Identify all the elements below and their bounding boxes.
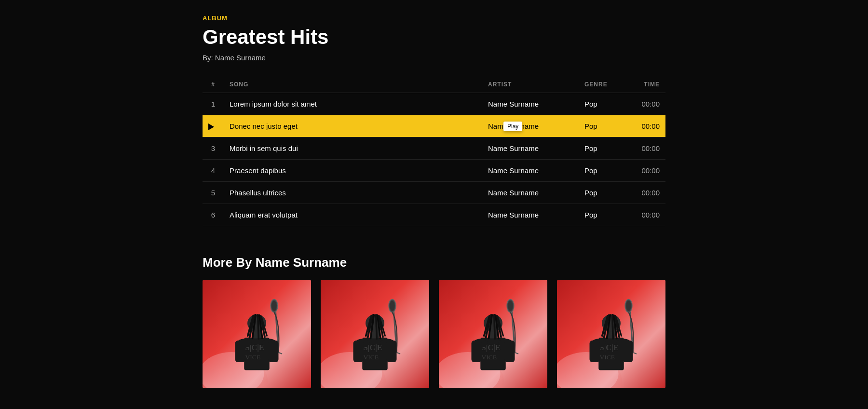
track-time: 00:00 — [627, 93, 665, 115]
track-table: # SONG ARTIST GENRE TIME 1 Lorem ipsum d… — [203, 76, 665, 226]
table-row[interactable]: 4 Praesent dapibus Name Surname Pop 00:0… — [203, 160, 665, 182]
track-song: Morbi in sem quis dui — [224, 137, 482, 160]
track-song: Lorem ipsum dolor sit amet — [224, 93, 482, 115]
page-container: ALBUM Greatest Hits By: Name Surname # S… — [193, 0, 675, 403]
track-time: 00:00 — [627, 182, 665, 204]
track-song: Phasellus ultrices — [224, 182, 482, 204]
table-row[interactable]: 6 Aliquam erat volutpat Name Surname Pop… — [203, 204, 665, 226]
more-album-card[interactable]: S|C|E VICE — [321, 280, 429, 388]
track-song: Aliquam erat volutpat — [224, 204, 482, 226]
svg-rect-22 — [269, 341, 279, 362]
col-time: TIME — [627, 76, 665, 93]
track-genre: Pop — [579, 160, 627, 182]
track-artist: Name Surname — [482, 115, 579, 137]
table-header-row: # SONG ARTIST GENRE TIME — [203, 76, 665, 93]
track-genre: Pop — [579, 115, 627, 137]
more-album-card[interactable]: S|C|E VICE — [203, 280, 311, 388]
more-album-art: S|C|E VICE — [203, 280, 311, 388]
album-art-svg: S|C|E VICE — [321, 280, 429, 388]
album-by: By: Name Surname — [203, 54, 665, 62]
track-genre: Pop — [579, 93, 627, 115]
svg-rect-44 — [353, 341, 364, 362]
table-row[interactable]: Donec nec justo eget Play Name Surname P… — [203, 115, 665, 137]
svg-rect-68 — [505, 341, 515, 362]
table-row[interactable]: 5 Phasellus ultrices Name Surname Pop 00… — [203, 182, 665, 204]
svg-point-64 — [508, 301, 513, 311]
track-list: 1 Lorem ipsum dolor sit amet Name Surnam… — [203, 93, 665, 226]
svg-rect-21 — [235, 341, 245, 362]
table-row[interactable]: 3 Morbi in sem quis dui Name Surname Pop… — [203, 137, 665, 160]
svg-rect-91 — [623, 341, 633, 362]
track-genre: Pop — [579, 204, 627, 226]
svg-text:VICE: VICE — [482, 354, 497, 361]
more-album-art: S|C|E VICE — [557, 280, 665, 388]
track-song: Praesent dapibus — [224, 160, 482, 182]
svg-line-34 — [376, 315, 377, 339]
track-artist: Name Surname — [482, 93, 579, 115]
more-album-card[interactable]: S|C|E VICE — [557, 280, 665, 388]
track-genre: Pop — [579, 137, 627, 160]
album-art-svg: S|C|E VICE — [439, 280, 547, 388]
track-number — [203, 115, 224, 137]
more-album-art: S|C|E VICE — [321, 280, 429, 388]
svg-line-57 — [494, 315, 495, 339]
more-section: More By Name Surname — [203, 255, 665, 388]
svg-text:VICE: VICE — [364, 354, 379, 361]
table-header: # SONG ARTIST GENRE TIME — [203, 76, 665, 93]
more-album-art: S|C|E VICE — [439, 280, 547, 388]
col-number: # — [203, 76, 224, 93]
track-number: 1 — [203, 93, 224, 115]
track-artist: Name Surname — [482, 137, 579, 160]
track-time: 00:00 — [627, 137, 665, 160]
col-song: SONG — [224, 76, 482, 93]
col-artist: ARTIST — [482, 76, 579, 93]
track-artist: Name Surname — [482, 182, 579, 204]
album-art-svg: S|C|E VICE — [557, 280, 665, 388]
track-artist: Name Surname — [482, 204, 579, 226]
track-song: Donec nec justo eget Play — [224, 115, 482, 137]
svg-line-80 — [612, 315, 613, 339]
track-number: 4 — [203, 160, 224, 182]
track-artist: Name Surname — [482, 160, 579, 182]
table-row[interactable]: 1 Lorem ipsum dolor sit amet Name Surnam… — [203, 93, 665, 115]
svg-text:VICE: VICE — [245, 354, 261, 361]
svg-rect-45 — [387, 341, 397, 362]
svg-point-87 — [626, 301, 631, 311]
svg-rect-67 — [472, 341, 482, 362]
play-icon — [208, 123, 214, 130]
album-title: Greatest Hits — [203, 26, 665, 49]
more-album-card[interactable]: S|C|E VICE — [439, 280, 547, 388]
more-section-title: More By Name Surname — [203, 255, 665, 270]
album-header: ALBUM Greatest Hits By: Name Surname — [203, 14, 665, 62]
album-art-svg: S|C|E VICE — [203, 280, 311, 388]
track-time: 00:00 — [627, 160, 665, 182]
track-number: 5 — [203, 182, 224, 204]
svg-line-11 — [258, 315, 259, 339]
svg-point-41 — [390, 301, 395, 311]
svg-rect-90 — [590, 341, 600, 362]
more-albums-grid: S|C|E VICE — [203, 280, 665, 388]
col-genre: GENRE — [579, 76, 627, 93]
svg-text:VICE: VICE — [600, 354, 615, 361]
track-genre: Pop — [579, 182, 627, 204]
track-number: 6 — [203, 204, 224, 226]
svg-point-18 — [271, 301, 277, 311]
track-time: 00:00 — [627, 115, 665, 137]
track-time: 00:00 — [627, 204, 665, 226]
track-number: 3 — [203, 137, 224, 160]
album-label: ALBUM — [203, 14, 665, 22]
